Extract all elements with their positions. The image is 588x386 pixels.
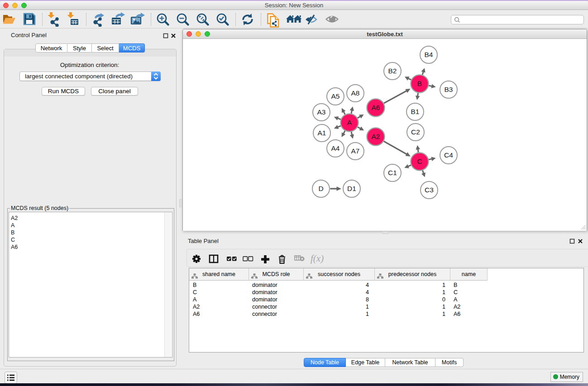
svg-text:A4: A4 bbox=[331, 144, 340, 152]
svg-text:B3: B3 bbox=[445, 86, 453, 93]
svg-text:A3: A3 bbox=[317, 108, 326, 116]
svg-text:D: D bbox=[318, 185, 323, 192]
svg-text:C2: C2 bbox=[411, 128, 420, 136]
svg-text:C1: C1 bbox=[388, 169, 397, 176]
svg-text:C4: C4 bbox=[444, 151, 453, 159]
svg-text:B: B bbox=[417, 80, 422, 87]
svg-text:A6: A6 bbox=[372, 104, 380, 111]
svg-text:A: A bbox=[347, 119, 352, 126]
svg-text:A7: A7 bbox=[351, 147, 360, 155]
svg-text:A8: A8 bbox=[351, 89, 360, 97]
svg-text:B4: B4 bbox=[425, 51, 433, 58]
svg-text:A2: A2 bbox=[372, 133, 380, 140]
svg-text:C3: C3 bbox=[425, 186, 434, 194]
svg-text:C: C bbox=[417, 157, 422, 165]
svg-text:B1: B1 bbox=[411, 108, 420, 115]
svg-text:D1: D1 bbox=[347, 185, 356, 192]
svg-text:B2: B2 bbox=[388, 67, 397, 75]
svg-text:A5: A5 bbox=[331, 92, 340, 100]
svg-text:A1: A1 bbox=[318, 129, 326, 137]
